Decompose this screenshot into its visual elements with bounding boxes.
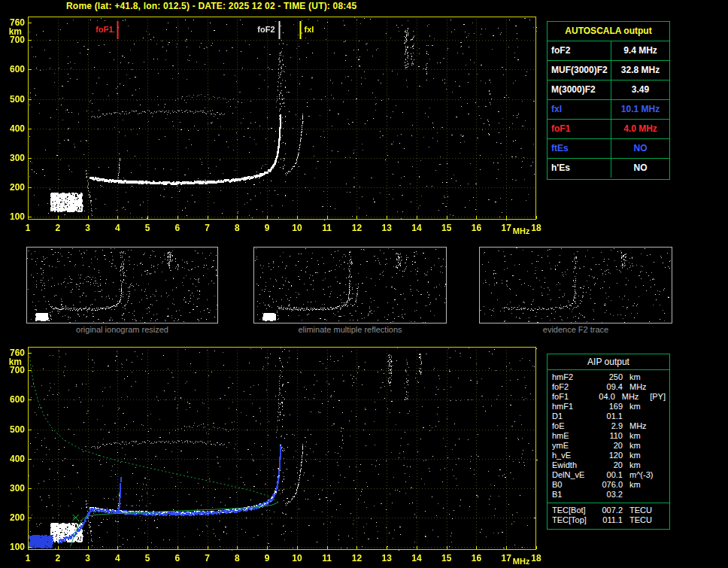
aip-label: foE [548, 421, 596, 431]
aip-unit: m^(-3) [623, 470, 661, 480]
aip-label: B0 [548, 480, 596, 490]
thumbnail-eliminate-reflections [253, 247, 447, 323]
aip-row-foF1: foF104.0MHz[PY] [548, 392, 669, 402]
aip-row-B0: B0076.0km [548, 480, 669, 490]
autoscala-row-MUF(3000)F2: MUF(3000)F232.8 MHz [548, 61, 669, 80]
aip-extra [661, 470, 669, 480]
aip-tec-rows: TEC[Bot]007.2TECUTEC[Top]011.1TECU [548, 503, 669, 525]
autoscala-row-value: 9.4 MHz [611, 41, 669, 60]
autoscala-table-title: AUTOSCALA output [548, 22, 669, 41]
aip-value: 2.9 [596, 421, 623, 431]
aip-label: foF2 [548, 382, 596, 392]
aip-value: 20 [596, 441, 623, 451]
autoscala-row-label: foF1 [548, 120, 611, 138]
aip-label: Ewidth [548, 460, 596, 470]
aip-row-hmF1: hmF1169km [548, 402, 669, 412]
aip-extra [661, 441, 669, 451]
autoscala-row-label: foF2 [548, 41, 611, 60]
autoscala-row-label: ftEs [548, 139, 611, 158]
aip-unit: km [623, 441, 661, 451]
aip-unit: km [623, 451, 661, 460]
aip-extra [661, 490, 669, 500]
aip-label: hmF2 [548, 372, 596, 382]
aip-label: B1 [548, 490, 596, 500]
aip-value: 011.1 [596, 515, 623, 525]
autoscala-output-table: AUTOSCALA output foF29.4 MHzMUF(3000)F23… [547, 21, 670, 180]
autoscala-row-h'Es: h'EsNO [548, 159, 669, 178]
aip-value: 007.2 [596, 506, 623, 515]
autoscala-row-label: MUF(3000)F2 [548, 61, 611, 80]
aip-extra [661, 451, 669, 460]
aip-unit: km [623, 402, 661, 412]
aip-table-title: AIP output [548, 354, 669, 370]
aip-extra: [PY] [650, 392, 669, 402]
autoscala-row-foF1: foF14.0 MHz [548, 120, 669, 139]
aip-row-ymE: ymE20km [548, 441, 669, 451]
aip-table-rows: hmF2250kmfoF209.4MHzfoF104.0MHz[PY]hmF11… [548, 370, 669, 500]
aip-unit: km [623, 431, 661, 441]
autoscala-row-value: 10.1 MHz [611, 100, 669, 119]
aip-extra [661, 431, 669, 441]
autoscala-row-label: h'Es [548, 159, 611, 178]
aip-unit: TECU [623, 515, 661, 525]
aip-extra [661, 412, 669, 421]
aip-unit: MHz [615, 392, 650, 402]
aip-extra [661, 480, 669, 490]
aip-value: 03.2 [596, 490, 623, 500]
autoscala-row-ftEs: ftEsNO [548, 139, 669, 159]
thumbnail-evidence-canvas [479, 247, 672, 323]
aip-extra [661, 421, 669, 431]
aip-label: foF1 [548, 392, 591, 402]
aip-row-DelN_vE: DelN_vE00.1m^(-3) [548, 470, 669, 480]
aip-label: TEC[Bot] [548, 506, 596, 515]
aip-unit [623, 412, 661, 421]
autoscala-row-fxI: fxI10.1 MHz [548, 100, 669, 120]
autoscala-row-value: NO [611, 159, 669, 178]
aip-extra [661, 382, 669, 392]
aip-row-foF2: foF209.4MHz [548, 382, 669, 392]
aip-output-table: AIP output hmF2250kmfoF209.4MHzfoF104.0M… [547, 354, 670, 530]
aip-label: TEC[Top] [548, 515, 596, 525]
aip-unit: km [623, 480, 661, 490]
aip-label: DelN_vE [548, 470, 596, 480]
autoscala-row-value: NO [611, 139, 669, 158]
autoscala-row-value: 32.8 MHz [611, 61, 669, 80]
aip-row-hmF2: hmF2250km [548, 372, 669, 382]
aip-label: hmE [548, 431, 596, 441]
thumbnail-caption-original: original ionogram resized [26, 325, 218, 334]
aip-value: 250 [596, 372, 623, 382]
aip-unit: MHz [623, 382, 661, 392]
aip-label: hmF1 [548, 402, 596, 412]
aip-value: 169 [596, 402, 623, 412]
aip-value: 09.4 [596, 382, 623, 392]
autoscala-row-label: M(3000)F2 [548, 80, 611, 99]
autoscala-row-foF2: foF29.4 MHz [548, 41, 669, 61]
aip-label: ymE [548, 441, 596, 451]
aip-label: D1 [548, 412, 596, 421]
aip-extra [661, 402, 669, 412]
aip-value: 01.1 [596, 412, 623, 421]
aip-row-TEC[Bot]: TEC[Bot]007.2TECU [548, 506, 669, 515]
top-ionogram-plot [0, 12, 546, 238]
thumbnail-original-canvas [26, 247, 218, 323]
aip-value: 120 [596, 451, 623, 460]
aip-extra [661, 515, 669, 525]
thumbnail-original-ionogram [26, 247, 218, 323]
aip-unit: TECU [623, 506, 661, 515]
autoscala-row-value: 3.49 [611, 80, 669, 99]
aip-row-h_vE: h_vE120km [548, 451, 669, 460]
autoscala-table-rows: foF29.4 MHzMUF(3000)F232.8 MHzM(3000)F23… [548, 41, 669, 178]
autoscala-row-value: 4.0 MHz [611, 120, 669, 138]
autoscala-row-M(3000)F2: M(3000)F23.49 [548, 80, 669, 100]
aip-unit: km [623, 460, 661, 470]
aip-extra [661, 506, 669, 515]
aip-extra [661, 460, 669, 470]
aip-value: 00.1 [596, 470, 623, 480]
thumbnail-evidence-f2 [479, 247, 672, 323]
bottom-ionogram-plot [0, 342, 546, 568]
aip-row-TEC[Top]: TEC[Top]011.1TECU [548, 515, 669, 525]
autoscala-row-label: fxI [548, 100, 611, 119]
aip-unit: km [623, 372, 661, 382]
aip-extra [661, 372, 669, 382]
aip-row-foE: foE2.9MHz [548, 421, 669, 431]
